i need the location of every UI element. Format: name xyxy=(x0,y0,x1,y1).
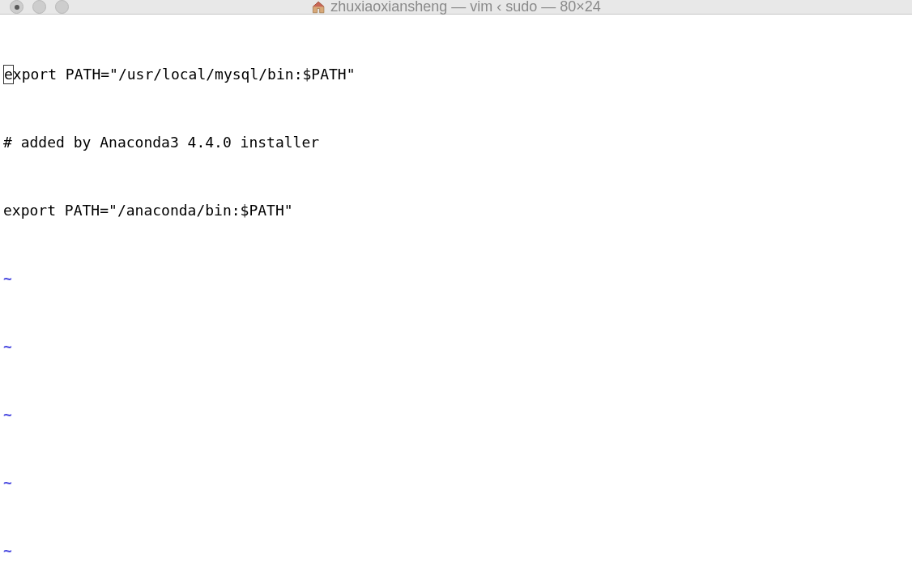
editor-line: export PATH="/anaconda/bin:$PATH" xyxy=(3,199,909,222)
editor-line: export PATH="/usr/local/mysql/bin:$PATH" xyxy=(3,63,909,86)
empty-line: ~ xyxy=(3,471,909,494)
tilde-marker: ~ xyxy=(3,335,12,358)
close-button[interactable] xyxy=(10,0,23,14)
tilde-marker: ~ xyxy=(3,471,12,494)
tilde-marker: ~ xyxy=(3,267,12,290)
minimize-button[interactable] xyxy=(32,0,46,14)
line-text: export PATH="/anaconda/bin:$PATH" xyxy=(3,199,293,222)
editor-line: # added by Anaconda3 4.4.0 installer xyxy=(3,131,909,154)
empty-line: ~ xyxy=(3,335,909,358)
empty-line: ~ xyxy=(3,267,909,290)
tilde-marker: ~ xyxy=(3,539,12,562)
traffic-lights xyxy=(10,0,69,14)
empty-line: ~ xyxy=(3,403,909,426)
line-text: # added by Anaconda3 4.4.0 installer xyxy=(3,131,319,154)
tilde-marker: ~ xyxy=(3,403,12,426)
terminal-area[interactable]: export PATH="/usr/local/mysql/bin:$PATH"… xyxy=(0,15,912,588)
line-text: xport PATH="/usr/local/mysql/bin:$PATH" xyxy=(13,63,356,86)
window-titlebar: zhuxiaoxiansheng — vim ‹ sudo — 80×24 xyxy=(0,0,912,15)
home-icon xyxy=(311,0,326,15)
window-title: zhuxiaoxiansheng — vim ‹ sudo — 80×24 xyxy=(330,0,601,15)
window-title-wrap: zhuxiaoxiansheng — vim ‹ sudo — 80×24 xyxy=(311,0,601,15)
maximize-button[interactable] xyxy=(55,0,69,14)
empty-line: ~ xyxy=(3,539,909,562)
